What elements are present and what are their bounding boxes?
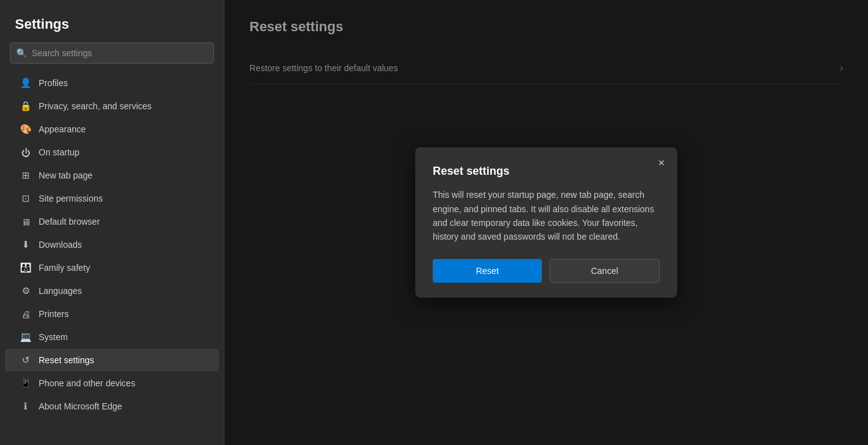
reset-settings-icon: ↺: [20, 355, 31, 366]
sidebar-label-about: About Microsoft Edge: [39, 401, 122, 411]
sidebar-item-about[interactable]: ℹAbout Microsoft Edge: [5, 395, 219, 418]
main-content: Reset settings Restore settings to their…: [224, 0, 868, 445]
sidebar-item-site-permissions[interactable]: ⊡Site permissions: [5, 187, 219, 210]
languages-icon: ⚙: [20, 285, 31, 296]
search-icon: 🔍: [16, 48, 27, 58]
sidebar-label-appearance: Appearance: [39, 124, 86, 134]
site-permissions-icon: ⊡: [20, 193, 31, 204]
sidebar-item-reset-settings[interactable]: ↺Reset settings: [5, 349, 219, 371]
phone-devices-icon: 📱: [20, 378, 31, 389]
sidebar-label-phone-devices: Phone and other devices: [39, 378, 135, 388]
sidebar-label-default-browser: Default browser: [39, 217, 100, 227]
sidebar-item-downloads[interactable]: ⬇Downloads: [5, 233, 219, 256]
modal-title: Reset settings: [433, 165, 660, 178]
sidebar-title: Settings: [0, 10, 224, 42]
sidebar-label-reset-settings: Reset settings: [39, 355, 94, 365]
sidebar-item-default-browser[interactable]: 🖥Default browser: [5, 210, 219, 233]
modal-buttons: Reset Cancel: [433, 259, 660, 283]
modal-body-text: This will reset your startup page, new t…: [433, 188, 660, 244]
profiles-icon: 👤: [20, 77, 31, 89]
cancel-button[interactable]: Cancel: [549, 259, 660, 283]
appearance-icon: 🎨: [20, 124, 31, 135]
sidebar-item-family-safety[interactable]: 👨‍👩‍👧Family safety: [5, 257, 219, 279]
sidebar-label-system: System: [39, 332, 68, 342]
printers-icon: 🖨: [20, 308, 31, 320]
sidebar-item-new-tab[interactable]: ⊞New tab page: [5, 164, 219, 187]
sidebar-label-on-startup: On startup: [39, 147, 79, 157]
search-box: 🔍: [10, 42, 214, 64]
sidebar-label-languages: Languages: [39, 286, 82, 296]
reset-confirm-button[interactable]: Reset: [433, 259, 542, 283]
modal-close-button[interactable]: ×: [654, 155, 668, 171]
family-safety-icon: 👨‍👩‍👧: [20, 262, 31, 273]
sidebar-label-family-safety: Family safety: [39, 263, 90, 273]
system-icon: 💻: [20, 331, 31, 343]
sidebar-label-new-tab: New tab page: [39, 170, 92, 180]
sidebar-label-profiles: Profiles: [39, 78, 68, 88]
nav-list: 👤Profiles🔒Privacy, search, and services🎨…: [0, 71, 224, 445]
on-startup-icon: ⏻: [20, 147, 31, 158]
about-icon: ℹ: [20, 401, 31, 412]
modal-overlay: × Reset settings This will reset your st…: [224, 0, 868, 445]
sidebar-item-profiles[interactable]: 👤Profiles: [5, 72, 219, 94]
reset-settings-modal: × Reset settings This will reset your st…: [415, 147, 677, 298]
sidebar-label-site-permissions: Site permissions: [39, 193, 103, 203]
sidebar: Settings 🔍 👤Profiles🔒Privacy, search, an…: [0, 0, 224, 445]
sidebar-item-privacy[interactable]: 🔒Privacy, search, and services: [5, 95, 219, 117]
search-input[interactable]: [10, 42, 214, 64]
sidebar-item-languages[interactable]: ⚙Languages: [5, 280, 219, 302]
privacy-icon: 🔒: [20, 100, 31, 112]
sidebar-label-privacy: Privacy, search, and services: [39, 101, 152, 111]
sidebar-item-system[interactable]: 💻System: [5, 326, 219, 348]
sidebar-item-appearance[interactable]: 🎨Appearance: [5, 118, 219, 140]
downloads-icon: ⬇: [20, 239, 31, 250]
sidebar-label-downloads: Downloads: [39, 240, 82, 250]
sidebar-item-printers[interactable]: 🖨Printers: [5, 303, 219, 325]
sidebar-item-on-startup[interactable]: ⏻On startup: [5, 141, 219, 164]
sidebar-label-printers: Printers: [39, 309, 69, 319]
new-tab-icon: ⊞: [20, 170, 31, 181]
sidebar-item-phone-devices[interactable]: 📱Phone and other devices: [5, 372, 219, 394]
default-browser-icon: 🖥: [20, 216, 31, 227]
